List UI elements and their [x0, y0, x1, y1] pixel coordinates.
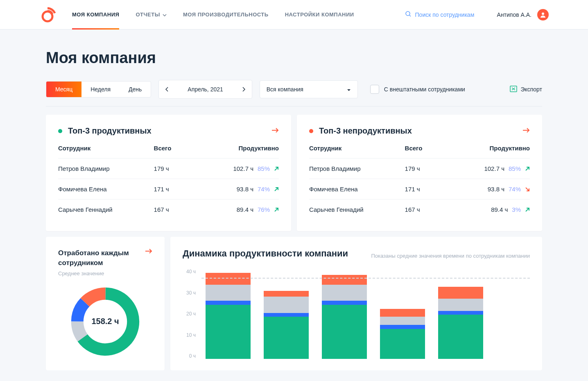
user-wrap[interactable]: Антипов А.А. [497, 9, 549, 20]
period-segment: Месяц Неделя День [46, 81, 151, 98]
chevron-down-icon [163, 11, 167, 18]
table-row[interactable]: Сарычев Геннадий 167 ч 89.4 ч3% [309, 199, 530, 220]
bar-segment-grey [380, 317, 425, 325]
top-unproductive-link[interactable] [522, 127, 530, 135]
worked-link[interactable] [145, 248, 152, 268]
bar-segment-blue [264, 313, 309, 317]
bar-segment-orange [438, 287, 483, 299]
date-prev-button[interactable] [159, 80, 175, 98]
cell-prod: 102.7 ч85% [456, 165, 530, 172]
dynamics-sub: Показаны средние значения времени по сот… [371, 253, 530, 259]
table-row[interactable]: Фомичева Елена 171 ч 93.8 ч74% [58, 179, 279, 199]
freelance-checkbox-wrap[interactable]: С внештатными сотрудниками [370, 85, 465, 94]
seg-week[interactable]: Неделя [81, 82, 120, 97]
avatar [537, 9, 549, 20]
bar [380, 309, 425, 359]
excel-icon [510, 85, 517, 94]
cell-total: 171 ч [154, 186, 206, 193]
bar-segment-green [206, 305, 251, 359]
top-productive-title: Топ-3 продуктивных [68, 126, 152, 136]
bar-segment-grey [206, 285, 251, 301]
top-cards-row: Топ-3 продуктивных Сотрудник Всего Проду… [46, 115, 542, 231]
cell-total: 167 ч [154, 206, 206, 213]
date-next-button[interactable] [235, 80, 252, 98]
col-name: Сотрудник [58, 145, 154, 152]
bar-segment-orange [380, 309, 425, 317]
worked-sub: Среднее значение [58, 270, 152, 277]
cell-name: Сарычев Геннадий [58, 206, 154, 213]
col-total: Всего [405, 145, 457, 152]
cell-name: Сарычев Геннадий [309, 206, 405, 213]
nav-my-productivity[interactable]: МОЯ ПРОИЗВОДИТЕЛЬНОСТЬ [183, 0, 269, 29]
cell-prod: 89.4 ч3% [456, 206, 530, 213]
bar-segment-orange [206, 273, 251, 285]
reference-line [201, 278, 530, 279]
seg-month[interactable]: Месяц [46, 82, 81, 97]
cell-total: 179 ч [154, 165, 206, 172]
col-total: Всего [154, 145, 206, 152]
scope-dropdown[interactable]: Вся компания [260, 80, 358, 98]
top-unproductive-title: Топ-3 непродуктивных [319, 126, 412, 136]
search-wrap [405, 11, 481, 18]
cell-total: 179 ч [405, 165, 457, 172]
table-row[interactable]: Петров Владимир 179 ч 102.7 ч85% [309, 158, 530, 179]
bar-segment-blue [206, 301, 251, 305]
card-worked: Отработано каждым сотрудником Среднее зн… [46, 237, 165, 370]
nav-reports[interactable]: ОТЧЕТЫ [136, 0, 167, 29]
bar-segment-grey [322, 285, 367, 301]
freelance-label: С внештатными сотрудниками [384, 86, 465, 93]
top-header: МОЯ КОМПАНИЯ ОТЧЕТЫ МОЯ ПРОИЗВОДИТЕЛЬНОС… [0, 0, 588, 29]
export-button[interactable]: Экспорт [510, 85, 542, 94]
seg-day[interactable]: День [120, 82, 151, 97]
cell-total: 171 ч [405, 186, 457, 193]
bar [264, 291, 309, 359]
donut-chart: 158.2 ч [68, 285, 142, 358]
bar-segment-blue [322, 301, 367, 305]
search-icon [405, 11, 411, 18]
freelance-checkbox[interactable] [370, 85, 379, 94]
search-input[interactable] [415, 11, 481, 18]
nav-my-company[interactable]: МОЯ КОМПАНИЯ [72, 0, 119, 29]
svg-point-3 [542, 12, 544, 15]
cell-prod: 102.7 ч85% [205, 165, 279, 172]
card-top-unproductive: Топ-3 непродуктивных Сотрудник Всего Про… [297, 115, 542, 231]
page-title: Моя компания [46, 49, 542, 67]
bar-segment-blue [380, 325, 425, 329]
y-tick: 0 ч [183, 353, 196, 359]
bar-segment-green [264, 317, 309, 359]
cell-name: Фомичева Елена [309, 186, 405, 193]
cell-prod: 93.8 ч74% [205, 186, 279, 193]
cell-name: Петров Владимир [309, 165, 405, 172]
date-picker: Апрель, 2021 [158, 80, 252, 99]
bar-segment-grey [264, 297, 309, 313]
svg-point-1 [406, 11, 410, 16]
table-row[interactable]: Петров Владимир 179 ч 102.7 ч85% [58, 158, 279, 179]
table-head: Сотрудник Всего Продуктивно [309, 145, 530, 158]
bar-segment-green [438, 315, 483, 359]
bar [438, 287, 483, 359]
col-name: Сотрудник [309, 145, 405, 152]
worked-title: Отработано каждым сотрудником [58, 248, 145, 268]
bottom-row: Отработано каждым сотрудником Среднее зн… [46, 237, 542, 370]
scope-label: Вся компания [267, 86, 303, 93]
cell-prod: 93.8 ч74% [456, 186, 530, 193]
nav-company-settings[interactable]: НАСТРОЙКИ КОМПАНИИ [285, 0, 354, 29]
svg-line-2 [409, 15, 411, 16]
filter-row: Месяц Неделя День Апрель, 2021 Вся компа… [46, 80, 542, 107]
donut-center-value: 158.2 ч [68, 285, 142, 358]
cell-name: Фомичева Елена [58, 186, 154, 193]
logo [39, 7, 56, 23]
y-tick: 10 ч [183, 332, 196, 338]
red-dot-icon [309, 129, 313, 133]
user-name: Антипов А.А. [497, 11, 531, 18]
cell-name: Петров Владимир [58, 165, 154, 172]
cell-total: 167 ч [405, 206, 457, 213]
bar-chart: 40 ч30 ч20 ч10 ч0 ч [183, 269, 530, 359]
table-row[interactable]: Сарычев Геннадий 167 ч 89.4 ч76% [58, 199, 279, 220]
nav-reports-label: ОТЧЕТЫ [136, 11, 160, 18]
bar-segment-blue [438, 311, 483, 315]
top-productive-link[interactable] [271, 127, 279, 135]
export-label: Экспорт [520, 86, 542, 93]
bar-segment-green [322, 305, 367, 359]
table-row[interactable]: Фомичева Елена 171 ч 93.8 ч74% [309, 179, 530, 199]
